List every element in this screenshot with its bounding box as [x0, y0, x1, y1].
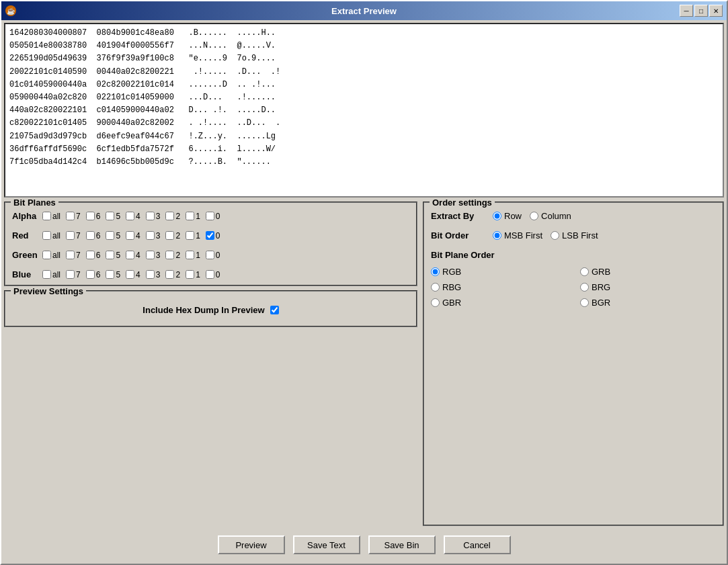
blue-1-label: 1 — [196, 270, 200, 279]
alpha-1-checkbox[interactable] — [186, 212, 194, 220]
rbg-radio[interactable] — [431, 283, 440, 292]
alpha-5-checkbox[interactable] — [106, 212, 114, 220]
rgb-option[interactable]: RGB — [431, 267, 567, 277]
cancel-button[interactable]: Cancel — [444, 535, 511, 554]
alpha-4-checkbox[interactable] — [126, 212, 134, 220]
msb-first-radio[interactable] — [493, 231, 501, 240]
alpha-label: Alpha — [12, 211, 42, 221]
lsb-first-radio[interactable] — [551, 231, 559, 240]
blue-3-checkbox[interactable] — [146, 270, 155, 279]
red-4-checkbox[interactable] — [126, 231, 134, 240]
red-all-checkbox[interactable] — [42, 231, 51, 240]
extract-by-row: Extract By Row Column — [431, 211, 716, 221]
bit-planes-label: Bit Planes — [11, 198, 58, 208]
brg-radio[interactable] — [580, 283, 589, 292]
preview-settings-group: Preview Settings Include Hex Dump In Pre… — [4, 290, 417, 327]
alpha-2-checkbox[interactable] — [165, 212, 174, 220]
preview-settings-content: Include Hex Dump In Preview — [12, 300, 409, 320]
gbr-radio[interactable] — [431, 298, 440, 307]
preview-settings-label: Preview Settings — [11, 286, 86, 296]
green-0-item: 0 — [206, 251, 220, 260]
lsb-first-option[interactable]: LSB First — [551, 230, 598, 241]
blue-4-checkbox[interactable] — [126, 270, 134, 279]
maximize-button[interactable]: □ — [694, 5, 708, 17]
red-2-checkbox[interactable] — [165, 231, 174, 240]
gbr-text: GBR — [442, 298, 461, 308]
extract-by-row-option[interactable]: Row — [493, 211, 522, 221]
green-7-checkbox[interactable] — [66, 251, 75, 259]
blue-0-item: 0 — [206, 270, 220, 279]
bgr-radio[interactable] — [580, 298, 589, 307]
blue-6-checkbox[interactable] — [86, 270, 95, 279]
bit-order-label: Bit Order — [431, 230, 485, 241]
blue-2-item: 2 — [165, 270, 180, 279]
green-1-checkbox[interactable] — [186, 251, 194, 259]
green-0-checkbox[interactable] — [206, 251, 214, 259]
titlebar-controls: ─ □ ✕ — [680, 5, 723, 17]
blue-2-checkbox[interactable] — [165, 270, 174, 279]
blue-1-checkbox[interactable] — [186, 270, 194, 279]
red-0-label: 0 — [216, 231, 220, 241]
blue-7-checkbox[interactable] — [66, 270, 75, 279]
alpha-3-checkbox[interactable] — [146, 212, 155, 220]
hex-preview-area[interactable]: 1642080304000807 0804b9001c48ea80 .B....… — [4, 23, 724, 198]
red-2-item: 2 — [165, 231, 180, 241]
green-3-item: 3 — [146, 251, 161, 260]
rbg-option[interactable]: RBG — [431, 282, 567, 292]
include-hex-dump-label[interactable]: Include Hex Dump In Preview — [143, 305, 278, 315]
red-4-label: 4 — [136, 231, 140, 241]
gbr-option[interactable]: GBR — [431, 298, 567, 308]
main-window: ☕ Extract Preview ─ □ ✕ 1642080304000807… — [0, 0, 728, 565]
blue-all-checkbox[interactable] — [42, 270, 51, 279]
grb-option[interactable]: GRB — [580, 267, 716, 277]
blue-5-checkbox[interactable] — [106, 270, 114, 279]
close-button[interactable]: ✕ — [709, 5, 723, 17]
green-all-label: all — [52, 251, 60, 260]
green-2-checkbox[interactable] — [165, 251, 174, 259]
preview-button[interactable]: Preview — [218, 535, 285, 554]
blue-0-checkbox[interactable] — [206, 270, 214, 279]
red-3-checkbox[interactable] — [146, 231, 155, 240]
red-all-item: all — [42, 231, 60, 241]
brg-option[interactable]: BRG — [580, 282, 716, 292]
extract-by-column-radio[interactable] — [530, 212, 538, 220]
green-5-checkbox[interactable] — [106, 251, 114, 259]
red-5-checkbox[interactable] — [106, 231, 114, 240]
green-4-checkbox[interactable] — [126, 251, 134, 259]
alpha-0-checkbox[interactable] — [206, 212, 214, 220]
blue-checkboxes: all 7 6 5 — [42, 270, 223, 279]
green-6-checkbox[interactable] — [86, 251, 95, 259]
green-all-checkbox[interactable] — [42, 251, 51, 259]
titlebar: ☕ Extract Preview ─ □ ✕ — [1, 1, 727, 20]
red-7-checkbox[interactable] — [66, 231, 75, 240]
alpha-6-checkbox[interactable] — [86, 212, 95, 220]
minimize-button[interactable]: ─ — [680, 5, 693, 17]
window-title: Extract Preview — [331, 6, 397, 16]
blue-all-item: all — [42, 270, 60, 279]
green-7-label: 7 — [76, 251, 81, 260]
blue-7-label: 7 — [76, 270, 81, 279]
alpha-1-label: 1 — [196, 212, 200, 221]
rgb-radio[interactable] — [431, 267, 440, 276]
bgr-option[interactable]: BGR — [580, 298, 716, 308]
red-0-checkbox[interactable] — [206, 231, 214, 240]
red-7-label: 7 — [76, 231, 81, 241]
alpha-all-item: all — [42, 212, 60, 221]
alpha-7-checkbox[interactable] — [66, 212, 75, 220]
alpha-all-checkbox[interactable] — [42, 212, 51, 220]
red-5-label: 5 — [116, 231, 120, 241]
save-text-button[interactable]: Save Text — [293, 535, 360, 554]
grb-radio[interactable] — [580, 267, 589, 276]
lsb-first-text: LSB First — [562, 230, 598, 241]
green-3-checkbox[interactable] — [146, 251, 155, 259]
msb-first-option[interactable]: MSB First — [493, 230, 542, 241]
include-hex-dump-checkbox[interactable] — [270, 306, 279, 314]
bit-plane-order-grid: RGB GRB RBG — [431, 267, 716, 308]
save-bin-button[interactable]: Save Bin — [368, 535, 436, 554]
red-row: Red all 7 6 — [12, 230, 409, 241]
extract-by-row-radio[interactable] — [493, 212, 501, 220]
extract-by-column-option[interactable]: Column — [530, 211, 571, 221]
bgr-text: BGR — [592, 298, 610, 308]
red-6-checkbox[interactable] — [86, 231, 95, 240]
red-1-checkbox[interactable] — [186, 231, 194, 240]
